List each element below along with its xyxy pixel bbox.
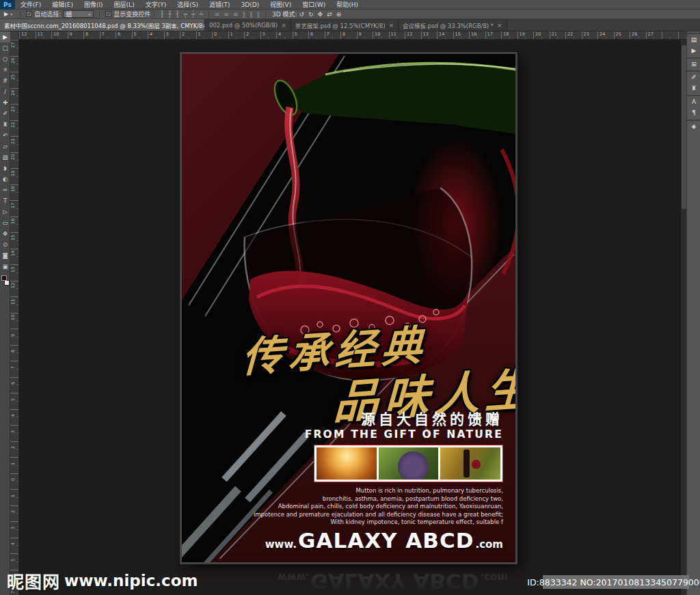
tools-panel: ▶ □ ○ ✳ # ∕ [0,31,10,595]
clone-source-panel-icon[interactable]: ♜ [687,82,700,94]
3d-panel-icon[interactable]: ◈ [687,120,700,131]
watermark-url: www.nipic.com [64,572,198,590]
document-tab-bar: 素材中国sccnn.com_201608011048.psd @ 8.33%(图… [0,19,700,31]
horizontal-ruler[interactable]: 1211109876543210123456789101112131415161… [19,31,686,40]
document-tab[interactable]: 素材中国sccnn.com_201608011048.psd @ 8.33%(图… [0,19,205,31]
eyedropper-tool[interactable]: ∕ [0,86,10,97]
auto-select-dropdown[interactable]: 组 ÷ [63,10,94,18]
ruler-origin-box[interactable] [10,31,19,40]
healing-brush-tool[interactable]: ✚ [0,97,10,108]
history-panel-icon[interactable]: ▤ [687,33,700,44]
quick-selection-tool[interactable]: ✳ [0,64,10,75]
document-tab-title: 素材中国sccnn.com_201608011048.psd @ 8.33%(图… [4,21,205,29]
menu-item[interactable]: 选择(S) [172,0,204,10]
close-icon[interactable]: × [281,22,286,29]
vertical-ruler[interactable]: 7654321012345678910111213141516171819202… [10,40,19,595]
menu-item[interactable]: 滤镜(T) [204,0,236,10]
menu-item[interactable]: 帮助(H) [331,0,364,10]
3d-pan-icon[interactable]: ✥ [316,11,325,18]
poster-website: www. GALAXY ABCD .com [265,528,503,553]
distribute-right-icon[interactable]: ∥ [254,11,262,18]
screen-mode-icon[interactable]: ▣ [0,261,10,272]
character-panel-icon[interactable]: A [687,95,700,107]
align-top-edges-icon[interactable]: ┠ [158,11,165,18]
zoom-tool[interactable]: ⊙ [0,239,10,250]
swatches-panel-icon[interactable]: ⊞ [687,57,700,69]
photo-strip [314,445,503,482]
distribute-icon-group: ≡≡≡∥∥∥ [213,11,262,18]
gradient-tool[interactable]: ▨ [0,152,10,163]
separator [208,11,209,18]
close-icon[interactable]: × [389,22,394,29]
actions-panel-icon[interactable]: ▶ [687,44,700,56]
document-tab-title: 002.psd @ 50%(RGB/8) [209,22,278,29]
auto-select-label: 自动选择: [34,10,61,18]
3d-rotate-icon[interactable]: ↺ [297,11,307,18]
poster-subtitle-cn: 源自大自然的馈赠 [361,408,503,428]
distribute-bottom-icon[interactable]: ≡ [231,11,241,18]
poster-subtitle-en: FROM THE GIFT OF NATURE [305,428,503,441]
brush-tool[interactable]: ✐ [0,108,10,119]
crop-tool[interactable]: # [0,75,10,86]
distribute-left-icon[interactable]: ∥ [240,11,247,18]
distribute-hcenter-icon[interactable]: ∥ [247,11,255,18]
paragraph-panel-icon[interactable]: ¶ [687,107,700,118]
document-tab[interactable]: 002.psd @ 50%(RGB/8) × [205,19,291,31]
type-tool[interactable]: T [0,195,10,206]
menu-item[interactable]: 文件(F) [15,0,46,10]
show-transform-checkbox[interactable]: ✓ [105,11,111,17]
align-bottom-edges-icon[interactable]: ┨ [174,11,181,18]
3d-roll-icon[interactable]: ↻ [306,11,316,18]
menu-item[interactable]: 视图(V) [265,0,297,10]
color-swatches[interactable] [0,273,10,288]
close-icon[interactable]: × [497,22,502,29]
options-bar: ▶ ▾ ✓ 自动选择: 组 ÷ ✓ 显示变换控件 ┠╂┨┯┿┷ ≡≡≡∥∥∥ 3… [0,10,700,19]
pen-tool[interactable]: ✑ [0,184,10,195]
document-tab[interactable]: 茶艺展架.psd @ 12.5%(CMYK/8) × [291,19,399,31]
menu-item[interactable]: 编辑(E) [46,0,79,10]
distribute-top-icon[interactable]: ≡ [213,11,222,18]
menu-item[interactable]: 3D(D) [235,0,265,10]
marquee-tool[interactable]: □ [0,42,10,53]
clone-stamp-tool[interactable]: ♜ [0,119,10,130]
align-vertical-centers-icon[interactable]: ╂ [166,11,174,18]
vineyard-photo [440,447,500,480]
menu-bar: Ps 文件(F)编辑(E)图像(I)图层(L)文字(Y)选择(S)滤镜(T)3D… [0,0,700,10]
brush-panel-icon[interactable]: ✐ [687,70,700,82]
align-right-edges-icon[interactable]: ┷ [197,11,204,18]
nipic-watermark: 昵图网 www.nipic.com [7,568,198,593]
auto-select-checkbox[interactable]: ✓ [26,11,32,17]
ps-logo: Ps [0,0,15,10]
site-suffix: .com [475,538,503,551]
vertical-ruler-numbers: 7654321012345678910111213141516171819202… [10,40,16,595]
shape-tool[interactable]: ▭ [0,217,10,228]
history-brush-tool[interactable]: ↶ [0,130,10,141]
lasso-tool[interactable]: ○ [0,53,10,64]
3d-slide-icon[interactable]: ⇄ [325,11,334,18]
menu-item[interactable]: 图像(I) [79,0,109,10]
eraser-tool[interactable]: ▱ [0,141,10,152]
vertical-scrollbar[interactable] [680,40,686,595]
move-tool[interactable]: ▶ [0,31,10,42]
background-color-swatch[interactable] [4,280,10,286]
foreground-color-swatch[interactable] [1,275,7,281]
3d-scale-icon[interactable]: ⊕ [334,11,344,18]
separator [20,11,21,18]
horizontal-ruler-numbers: 1211109876543210123456789101112131415161… [19,31,686,37]
poster-document[interactable]: 传承经典 品味人生 源自大自然的馈赠 FROM THE GIFT OF NATU… [180,52,517,564]
blur-tool[interactable]: ◗ [0,163,10,174]
align-horizontal-centers-icon[interactable]: ┿ [189,11,197,18]
distribute-vcenter-icon[interactable]: ≡ [221,11,231,18]
tool-preset-caret-icon[interactable]: ▾ [10,12,12,16]
document-tab[interactable]: 会议模板.psd @ 33.3%(RGB/8) * × [399,19,507,31]
quick-mask-icon[interactable]: ◙ [0,250,10,261]
path-selection-tool[interactable]: ▷ [0,206,10,217]
menu-item[interactable]: 窗口(W) [297,0,331,10]
align-left-edges-icon[interactable]: ┯ [182,11,189,18]
scrollbar-thumb[interactable] [682,45,686,209]
hand-tool[interactable]: ✥ [0,228,10,239]
menu-item[interactable]: 文字(Y) [140,0,172,10]
dodge-tool[interactable]: ◐ [0,174,10,184]
site-name: GALAXY ABCD [298,528,474,553]
menu-item[interactable]: 图层(L) [109,0,140,10]
